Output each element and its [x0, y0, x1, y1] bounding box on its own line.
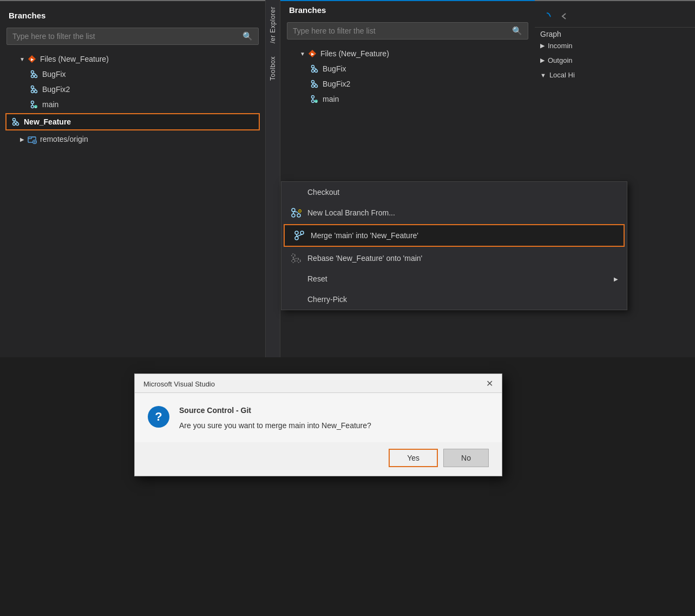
- no-button[interactable]: No: [443, 449, 489, 467]
- svg-point-53: [297, 259, 300, 263]
- right-search-input[interactable]: [293, 27, 510, 35]
- left-new-feature-item[interactable]: New_Feature: [5, 113, 260, 130]
- svg-point-46: [295, 231, 298, 234]
- svg-point-34: [312, 96, 314, 99]
- context-reset[interactable]: Reset ▶: [281, 268, 627, 289]
- back-button[interactable]: [556, 9, 572, 24]
- branch-icon-bugfix2: [29, 84, 39, 94]
- left-bugfix-item[interactable]: BugFix: [2, 67, 263, 82]
- outgoing-section[interactable]: ▶ Outgoin: [535, 53, 695, 68]
- dialog-content: Source Control - Git Are you sure you wa…: [179, 406, 489, 431]
- dialog-close-button[interactable]: ✕: [486, 379, 493, 388]
- right-tree: ▼ ▶ Files (New_Feature): [280, 46, 535, 107]
- dialog-message: Are you sure you want to merge main into…: [179, 420, 489, 431]
- branch-icon-new-feature: [11, 117, 21, 127]
- tab-er-explorer[interactable]: /er Explorer: [268, 0, 278, 50]
- right-files-label: Files (New_Feature): [320, 49, 389, 58]
- svg-point-35: [312, 100, 314, 103]
- left-filter-box[interactable]: 🔍: [6, 28, 259, 45]
- svg-point-42: [292, 214, 295, 217]
- left-branches-panel: Branches 🔍 ▼ ▶ Files (New_Feature): [0, 0, 265, 357]
- context-menu: Checkout ⚙ New Local Branch From...: [281, 181, 627, 310]
- right-main-label: main: [323, 95, 339, 103]
- right-bugfix2-item[interactable]: BugFix2: [283, 76, 533, 91]
- svg-point-17: [13, 123, 16, 126]
- refresh-button[interactable]: [539, 9, 554, 24]
- dialog-buttons: Yes No: [135, 442, 502, 476]
- right-bugfix-item[interactable]: BugFix: [283, 61, 533, 76]
- dialog-title-text: Microsoft Visual Studio: [143, 380, 215, 388]
- context-rebase[interactable]: Rebase 'New_Feature' onto 'main': [281, 248, 627, 268]
- context-merge[interactable]: Merge 'main' into 'New_Feature': [284, 224, 625, 247]
- new-branch-icon: ⚙: [290, 207, 302, 219]
- context-merge-label: Merge 'main' into 'New_Feature': [311, 231, 418, 240]
- left-main-item[interactable]: + main: [2, 97, 263, 112]
- outgoing-arrow: ▶: [540, 57, 545, 64]
- right-branch-icon-main: +: [310, 94, 319, 104]
- svg-text:⚙: ⚙: [298, 208, 301, 214]
- reset-submenu-arrow: ▶: [614, 276, 618, 282]
- right-branch-icon-bugfix: [310, 64, 319, 74]
- dialog-question-icon: ?: [148, 406, 169, 428]
- left-bugfix2-item[interactable]: BugFix2: [2, 82, 263, 97]
- yes-button[interactable]: Yes: [389, 449, 438, 467]
- diamond-icon: ▶: [27, 54, 37, 64]
- cherrypick-icon: [290, 293, 302, 305]
- graph-label: Graph: [535, 28, 695, 38]
- incoming-arrow: ▶: [540, 42, 545, 49]
- outgoing-label: Outgoin: [548, 56, 573, 64]
- svg-point-7: [35, 90, 37, 93]
- svg-point-52: [292, 259, 295, 263]
- dialog-body: ? Source Control - Git Are you sure you …: [135, 393, 502, 442]
- svg-point-8: [31, 90, 34, 93]
- svg-text:+: +: [315, 100, 317, 104]
- incoming-label: Incomin: [548, 42, 573, 50]
- context-cherrypick[interactable]: Cherry-Pick: [281, 289, 627, 310]
- context-new-branch[interactable]: ⚙ New Local Branch From...: [281, 202, 627, 223]
- incoming-section[interactable]: ▶ Incomin: [535, 38, 695, 53]
- left-remotes-label: remotes/origin: [40, 135, 88, 143]
- left-main-label: main: [42, 100, 58, 109]
- svg-point-28: [312, 70, 314, 73]
- localhi-label: Local Hi: [549, 71, 575, 79]
- right-diamond-icon: ▶: [307, 49, 317, 58]
- left-new-feature-label: New_Feature: [24, 117, 71, 126]
- dialog-app-name: Source Control - Git: [179, 406, 489, 415]
- svg-point-27: [315, 70, 318, 73]
- left-remotes-arrow: ▶: [18, 135, 26, 143]
- svg-point-16: [16, 123, 19, 126]
- left-search-icon: 🔍: [242, 31, 253, 41]
- branch-icon-bugfix: [29, 69, 39, 79]
- context-cherrypick-label: Cherry-Pick: [307, 295, 347, 304]
- right-bugfix2-label: BugFix2: [323, 80, 350, 88]
- right-main-item[interactable]: + main: [283, 91, 533, 107]
- right-files-node[interactable]: ▼ ▶ Files (New_Feature): [283, 46, 533, 61]
- context-rebase-label: Rebase 'New_Feature' onto 'main': [307, 254, 422, 263]
- localhi-arrow: ▼: [540, 72, 546, 78]
- left-files-node[interactable]: ▼ ▶ Files (New_Feature): [2, 51, 263, 67]
- context-reset-label: Reset: [307, 274, 327, 283]
- dialog-box: Microsoft Visual Studio ✕ ? Source Contr…: [134, 373, 502, 476]
- right-branch-icon-bugfix2: [310, 79, 319, 89]
- left-search-input[interactable]: [12, 32, 240, 41]
- svg-point-48: [295, 237, 298, 240]
- svg-point-10: [31, 101, 34, 104]
- context-checkout-label: Checkout: [307, 188, 339, 196]
- svg-point-3: [35, 75, 37, 78]
- context-checkout[interactable]: Checkout: [281, 182, 627, 202]
- localhi-section[interactable]: ▼ Local Hi: [535, 68, 695, 82]
- right-filter-box[interactable]: 🔍: [287, 22, 528, 40]
- left-files-label: Files (New_Feature): [40, 55, 109, 63]
- left-remotes-item[interactable]: ▶ remotes/origin: [2, 132, 263, 147]
- context-new-branch-label: New Local Branch From...: [307, 208, 395, 217]
- right-search-icon: 🔍: [512, 26, 522, 36]
- left-panel-title: Branches: [0, 6, 265, 25]
- tab-toolbox[interactable]: Toolbox: [268, 50, 278, 87]
- svg-point-51: [292, 254, 295, 257]
- svg-point-47: [300, 231, 304, 234]
- svg-point-31: [315, 85, 318, 88]
- right-panel-title: Branches: [280, 1, 535, 20]
- left-files-arrow: ▼: [18, 55, 26, 63]
- left-bugfix2-label: BugFix2: [42, 85, 70, 94]
- remote-folder-icon: [27, 134, 37, 144]
